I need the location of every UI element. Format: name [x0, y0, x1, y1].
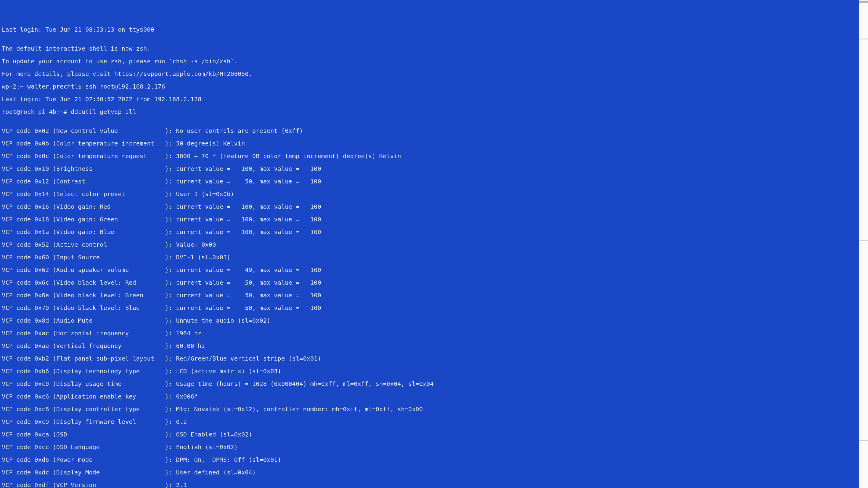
scrollbar-notch-icon [859, 240, 868, 241]
terminal-line-vcp: VCP code 0x0c (Color temperature request… [2, 153, 866, 159]
terminal-line-vcp: VCP code 0x1a (Video gain: Blue ): curre… [2, 229, 866, 235]
terminal-line-vcp: VCP code 0x6e (Video black level: Green … [2, 292, 866, 298]
terminal-line-vcp: VCP code 0xae (Vertical frequency ): 60.… [2, 343, 866, 349]
terminal-line-vcp: VCP code 0xc8 (Display controller type )… [2, 406, 866, 412]
terminal-line-zsh-notice: The default interactive shell is now zsh… [2, 45, 866, 52]
terminal-line-vcp: VCP code 0x52 (Active control ): Value: … [2, 241, 866, 248]
terminal-line-vcp: VCP code 0x12 (Contrast ): current value… [2, 178, 866, 185]
terminal-line-zsh-notice: To update your account to use zsh, pleas… [2, 58, 866, 64]
terminal-line-vcp: VCP code 0x6c (Video black level: Red ):… [2, 280, 866, 286]
terminal-line-vcp: VCP code 0xb6 (Display technology type )… [2, 368, 866, 375]
terminal-line-remote-login: Last login: Tue Jun 21 02:50:52 2022 fro… [2, 96, 866, 102]
terminal-line-vcp: VCP code 0x62 (Audio speaker volume ): c… [2, 267, 866, 273]
terminal-line-vcp: VCP code 0x10 (Brightness ): current val… [2, 166, 866, 172]
terminal-line-vcp: VCP code 0x16 (Video gain: Red ): curren… [2, 204, 866, 210]
terminal-line-vcp: VCP code 0x8d (Audio Mute ): Unmute the … [2, 318, 866, 324]
terminal-line-vcp: VCP code 0xac (Horizontal frequency ): 1… [2, 330, 866, 336]
terminal-line-vcp: VCP code 0xc6 (Application enable key ):… [2, 393, 866, 400]
terminal-line-vcp: VCP code 0xd6 (Power mode ): DPM: On, DP… [2, 457, 866, 463]
terminal-line-vcp: VCP code 0xdc (Display Mode ): User defi… [2, 469, 866, 476]
terminal-line-vcp: VCP code 0x70 (Video black level: Blue )… [2, 305, 866, 311]
terminal-line-last-login: Last login: Tue Jun 21 08:53:13 on ttys0… [2, 27, 866, 33]
terminal-line-vcp: VCP code 0x60 (Input Source ): DVI-1 (sl… [2, 254, 866, 261]
terminal-line-vcp: VCP code 0x14 (Select color preset ): Us… [2, 191, 866, 197]
terminal-line-vcp: VCP code 0xc9 (Display firmware level ):… [2, 419, 866, 425]
terminal-line-vcp: VCP code 0x02 (New control value ): No u… [2, 128, 866, 134]
terminal-line-zsh-notice: For more details, please visit https://s… [2, 71, 866, 77]
terminal-line-vcp: VCP code 0x0b (Color temperature increme… [2, 140, 866, 147]
terminal-line-vcp: VCP code 0xca (OSD ): OSD Enabled (sl=0x… [2, 431, 866, 438]
terminal-line-getvcp-cmd: root@rock-pi-4b:~# ddcutil getvcp all [2, 109, 866, 115]
terminal-line-vcp: VCP code 0xcc (OSD Language ): English (… [2, 444, 866, 450]
scrollbar-thumb[interactable] [859, 1, 868, 3]
terminal-line-vcp: VCP code 0xc0 (Display usage time ): Usa… [2, 381, 866, 387]
terminal-line-ssh-cmd: wp-2:~ walter.prechtl$ ssh root@192.168.… [2, 84, 866, 90]
terminal-line-vcp: VCP code 0x18 (Video gain: Green ): curr… [2, 216, 866, 223]
scrollbar-notch-icon [859, 38, 868, 39]
terminal-line-vcp: VCP code 0xb2 (Flat panel sub-pixel layo… [2, 355, 866, 362]
scrollbar-notch-icon [859, 440, 868, 441]
terminal-line-vcp: VCP code 0xdf (VCP Version ): 2.1 [2, 482, 866, 488]
scrollbar-track[interactable] [859, 0, 868, 488]
